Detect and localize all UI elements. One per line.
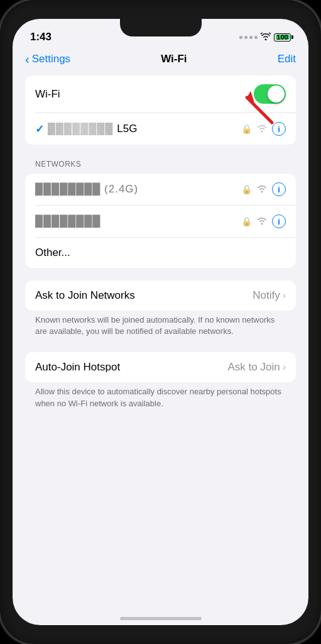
auto-join-group: Auto-Join Hotspot Ask to Join › Allow th…	[25, 352, 296, 419]
auto-join-value-text: Ask to Join	[228, 361, 280, 374]
other-networks-label: Other...	[35, 247, 70, 258]
connected-network-suffix: L5G	[117, 123, 137, 135]
connected-network-name: ✓ ████████ L5G	[35, 123, 138, 136]
ask-to-join-value-text: Notify	[253, 289, 280, 302]
auto-join-value: Ask to Join ›	[228, 361, 286, 374]
auto-join-card: Auto-Join Hotspot Ask to Join ›	[25, 352, 296, 382]
back-chevron-icon: ‹	[25, 53, 30, 65]
home-indicator[interactable]	[120, 617, 202, 620]
network-row-2[interactable]: ████████ 🔒 i	[25, 206, 296, 237]
wifi-label: Wi-Fi	[35, 88, 60, 101]
wifi-toggle-row: Wi-Fi	[25, 75, 296, 113]
content-area: Wi-Fi ✓ ████████ L5G 🔒	[13, 70, 308, 430]
wifi-icon-1	[257, 184, 267, 195]
network-2-icons: 🔒 i	[241, 214, 286, 228]
ask-to-join-label: Ask to Join Networks	[35, 289, 135, 302]
toggle-knob	[268, 86, 285, 103]
wifi-card: Wi-Fi ✓ ████████ L5G 🔒	[25, 75, 296, 145]
connected-network-info-button[interactable]: i	[272, 122, 286, 136]
connected-network-blur: ████████	[48, 123, 113, 135]
auto-join-chevron-icon: ›	[283, 362, 286, 373]
auto-join-label: Auto-Join Hotspot	[35, 361, 120, 374]
back-button[interactable]: ‹ Settings	[25, 53, 70, 65]
auto-join-description: Allow this device to automatically disco…	[25, 382, 296, 419]
auto-join-row[interactable]: Auto-Join Hotspot Ask to Join ›	[25, 352, 296, 382]
cellular-signal-icon	[239, 36, 258, 39]
networks-section-header: NETWORKS	[25, 150, 296, 174]
networks-card: ████████ (2.4G) 🔒 i	[25, 174, 296, 268]
network-row-1[interactable]: ████████ (2.4G) 🔒 i	[25, 174, 296, 205]
lock-icon-2: 🔒	[241, 216, 252, 226]
status-time: 1:43	[30, 31, 52, 43]
lock-icon-1: 🔒	[241, 184, 252, 194]
ask-to-join-row[interactable]: Ask to Join Networks Notify ›	[25, 280, 296, 311]
ask-to-join-chevron-icon: ›	[283, 290, 286, 301]
lock-icon: 🔒	[241, 124, 252, 134]
network-2-info-button[interactable]: i	[272, 214, 286, 228]
back-label: Settings	[32, 53, 70, 65]
info-icon: i	[278, 125, 280, 134]
wifi-signal-icon	[257, 124, 267, 134]
phone-screen: 1:43	[13, 19, 308, 625]
ask-to-join-group: Ask to Join Networks Notify › Known netw…	[25, 280, 296, 347]
status-icons: 100	[239, 32, 291, 42]
ask-to-join-description: Known networks will be joined automatica…	[25, 311, 296, 347]
notch	[120, 19, 202, 36]
page-title: Wi-Fi	[161, 53, 187, 65]
navigation-bar: ‹ Settings Wi-Fi Edit	[13, 50, 308, 70]
ask-to-join-value: Notify ›	[253, 289, 286, 302]
ask-to-join-card: Ask to Join Networks Notify ›	[25, 280, 296, 311]
wifi-icon-2	[257, 216, 267, 227]
network-1-icons: 🔒 i	[241, 182, 286, 196]
info-icon-1: i	[278, 185, 280, 194]
connected-network-icons: 🔒 i	[241, 122, 286, 136]
network-name-1: ████████ (2.4G)	[35, 183, 138, 196]
battery-percent: 100	[276, 33, 288, 41]
phone-frame: 1:43	[0, 0, 321, 644]
edit-button[interactable]: Edit	[278, 53, 296, 65]
connected-network-row[interactable]: ✓ ████████ L5G 🔒	[25, 113, 296, 145]
checkmark-icon: ✓	[35, 123, 44, 136]
network-name-2: ████████	[35, 215, 101, 228]
wifi-toggle[interactable]	[254, 84, 286, 104]
battery-icon: 100	[274, 33, 291, 42]
network-1-info-button[interactable]: i	[272, 182, 286, 196]
info-icon-2: i	[278, 217, 280, 226]
other-networks-row[interactable]: Other...	[25, 238, 296, 268]
wifi-status-icon	[261, 32, 271, 42]
